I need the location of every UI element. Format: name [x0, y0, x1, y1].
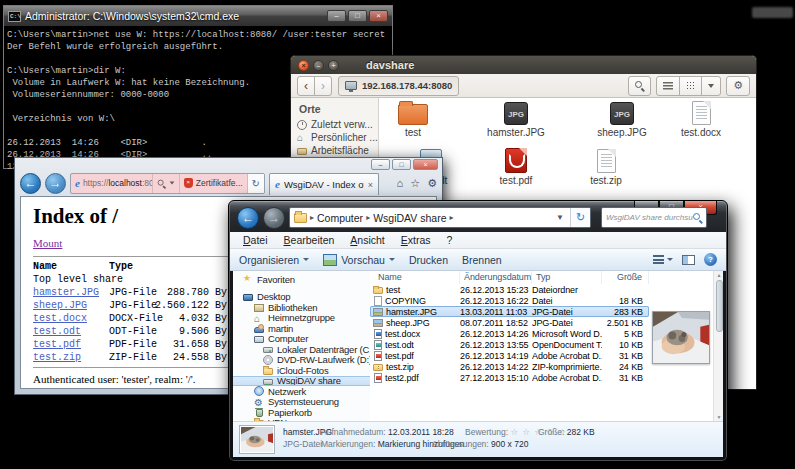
command-button[interactable]: Organisieren [239, 254, 309, 266]
close-tab-icon[interactable]: × [368, 180, 373, 190]
breadcrumb-share[interactable]: WsgiDAV share [373, 212, 446, 224]
sidebar-item[interactable]: Arbeitsfläche [291, 144, 378, 157]
file-link[interactable]: test.docx [33, 312, 109, 325]
tree-item[interactable]: Desktop [233, 292, 370, 303]
file-row[interactable]: sheep.JPG 08.07.2011 18:52 JPG-Datei 2.5… [370, 317, 649, 328]
file-item[interactable]: JPG hamster.JPG [482, 100, 550, 138]
tree-item[interactable]: Lokaler Datenträger (C:) [233, 344, 370, 355]
tree-item[interactable]: DVD-RW-Laufwerk (D:) [233, 355, 370, 366]
tree-item[interactable]: martin [233, 323, 370, 334]
file-item[interactable]: JPG sheep.JPG [588, 100, 656, 138]
file-list: NameÄnderungsdatumTypGröße test 26.12.20… [370, 271, 649, 421]
maximize-button[interactable] [392, 159, 411, 170]
back-button[interactable]: ← [20, 173, 41, 194]
column-header[interactable]: Größe [602, 271, 649, 284]
forward-button[interactable]: → [45, 173, 66, 194]
grid-view-button[interactable] [679, 76, 702, 96]
address-breadcrumb-bar[interactable]: ▸ Computer ▸ WsgiDAV share ▸ ▼ ↻ [289, 207, 591, 228]
file-item[interactable]: test.docx [667, 100, 735, 138]
file-row[interactable]: hamster.JPG 13.03.2011 11:03 JPG-Datei 2… [370, 306, 649, 317]
menu-item[interactable]: Ansicht [343, 233, 391, 247]
menu-item[interactable]: Bearbeiten [277, 233, 342, 247]
search-button[interactable] [628, 76, 651, 96]
nautilus-titlebar[interactable]: davshare [291, 56, 756, 74]
file-link[interactable]: test.odt [33, 325, 109, 338]
listing-row: test.zipZIP-File24.558 By [33, 351, 227, 364]
refresh-icon[interactable]: ↻ [570, 208, 590, 227]
breadcrumb-computer[interactable]: Computer [317, 212, 363, 224]
command-button[interactable]: Drucken [409, 254, 448, 266]
tree-item[interactable]: iCloud-Fotos [233, 365, 370, 376]
tree-item[interactable]: Computer [233, 334, 370, 345]
search-dropdown-button[interactable] [152, 174, 179, 193]
home-icon[interactable]: ⌂ [397, 177, 404, 189]
tree-item[interactable]: Bibliotheken [233, 302, 370, 313]
forward-button[interactable]: → [263, 207, 285, 229]
minimize-button[interactable] [313, 60, 324, 71]
location-button[interactable]: 192.168.178.44:8080 [338, 76, 459, 96]
tree-item[interactable]: Netzwerk [233, 386, 370, 397]
help-icon[interactable]: ? [704, 253, 717, 266]
sidebar-item[interactable]: Zuletzt verw... [291, 118, 378, 131]
settings-button[interactable]: ⚙ [726, 76, 750, 96]
command-button[interactable]: Brennen [462, 254, 502, 266]
file-row[interactable]: test.docx 26.12.2013 14:26 Microsoft Wor… [370, 328, 649, 339]
close-button[interactable] [413, 159, 438, 170]
history-dropdown-icon[interactable]: ▼ [553, 213, 567, 222]
column-header[interactable]: Name [370, 271, 460, 284]
forward-button[interactable]: › [314, 76, 332, 96]
back-button[interactable]: ‹ [297, 76, 315, 96]
tree-item[interactable]: Heimnetzgruppe [233, 313, 370, 324]
file-item[interactable]: test.zip [572, 148, 640, 186]
browser-tab[interactable]: e WsgiDAV - Index of / × [269, 173, 379, 195]
scrollbar[interactable] [713, 271, 723, 421]
file-row[interactable]: test2.pdf 27.12.2013 15:10 Adobe Acrobat… [370, 372, 649, 383]
tree-item[interactable]: Favoriten [233, 274, 370, 285]
list-view-button[interactable] [656, 76, 680, 96]
sidebar-item[interactable]: Persönlicher ... [291, 131, 378, 144]
favorites-star-icon[interactable]: ☆ [410, 177, 420, 190]
preview-pane-toggle-icon[interactable] [682, 255, 695, 265]
file-type-icon [374, 340, 382, 350]
command-button[interactable]: Vorschau [323, 254, 395, 266]
menu-item[interactable]: Extras [394, 233, 438, 247]
view-options-button[interactable] [701, 76, 721, 96]
address-bar[interactable]: e https://localhost:8080/ Zertifikatfe..… [70, 173, 265, 194]
maximize-button[interactable] [328, 60, 339, 71]
minimize-button[interactable] [327, 10, 346, 22]
file-item[interactable]: test [379, 100, 447, 138]
file-name: test2.pdf [385, 373, 419, 383]
menu-item[interactable]: Datei [236, 233, 275, 247]
tree-item[interactable]: WsgiDAV share [233, 376, 370, 387]
tree-item[interactable]: Systemsteuerung [233, 397, 370, 408]
file-link[interactable]: hamster.JPG [33, 286, 109, 299]
file-type-icon [374, 351, 382, 361]
back-button[interactable]: ← [237, 207, 259, 229]
tree-item[interactable]: Papierkorb [233, 407, 370, 418]
file-row[interactable]: COPYING 26.12.2013 16:22 Datei 18 KB [370, 295, 649, 306]
file-row[interactable]: test.pdf 26.12.2013 14:19 Adobe Acrobat … [370, 350, 649, 361]
certificate-error-button[interactable]: Zertifikatfe... [179, 174, 247, 193]
file-link[interactable]: test.pdf [33, 338, 109, 351]
close-button[interactable] [298, 60, 309, 71]
file-item[interactable]: test.pdf [482, 148, 550, 186]
scrollbar-thumb[interactable] [716, 280, 723, 332]
file-link[interactable]: test.zip [33, 351, 109, 364]
file-link[interactable]: sheep.JPG [33, 299, 109, 312]
cmd-titlebar[interactable]: Administrator: C:\Windows\system32\cmd.e… [4, 6, 392, 26]
refresh-button[interactable]: ↻ [247, 174, 264, 193]
file-type-icon [373, 308, 383, 316]
minimize-button[interactable] [371, 159, 390, 170]
maximize-button[interactable] [348, 10, 367, 22]
settings-gear-icon[interactable]: ⚙ [427, 177, 437, 190]
menu-item[interactable]: ? [440, 233, 460, 247]
change-view-button[interactable] [653, 255, 673, 264]
column-header[interactable]: Typ [532, 271, 602, 284]
close-button[interactable] [369, 10, 388, 22]
file-row[interactable]: test 26.12.2013 15:23 Dateiordner [370, 284, 649, 295]
column-header[interactable]: Änderungsdatum [460, 271, 532, 284]
search-box[interactable]: WsgiDAV share durchsuchen [601, 207, 707, 228]
file-row[interactable]: test.zip 26.12.2013 14:22 ZIP-komprimier… [370, 361, 649, 372]
file-row[interactable]: test.odt 26.12.2013 13:55 OpenDocument T… [370, 339, 649, 350]
mount-link[interactable]: Mount [33, 237, 62, 250]
